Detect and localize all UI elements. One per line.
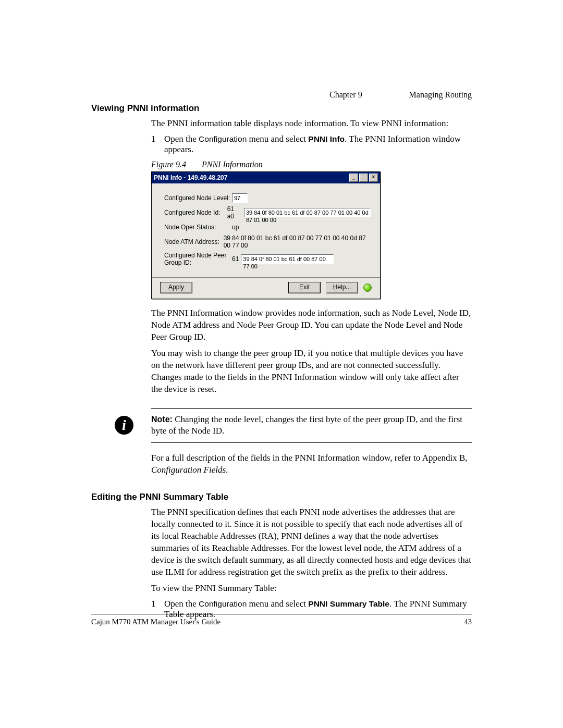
para-to-view: To view the PNNI Summary Table: [151,583,472,595]
maximize-icon[interactable]: □ [359,174,368,182]
para-appendix: For a full description of the fields in … [151,452,472,476]
exit-button[interactable]: Exit [288,282,321,293]
note-block: i Note: Changing the node level, changes… [151,408,472,443]
label-peer-group: Configured Node Peer Group ID: [164,252,232,266]
dialog-title: PNNI Info - 149.49.48.207 [154,174,227,181]
figure-caption: Figure 9.4PNNI Information [151,160,472,169]
para-spec: The PNNI specification defines that each… [151,507,472,578]
node-id-prefix: 61 a0 [227,205,242,220]
page-number: 43 [464,618,472,626]
oper-status-value: up [232,224,239,231]
close-icon[interactable]: × [369,174,378,182]
label-oper-status: Node Oper Status: [164,224,232,231]
label-node-level: Configured Node Level: [164,194,232,202]
minimize-icon[interactable]: _ [349,174,358,182]
help-button[interactable]: Help... [326,282,358,293]
apply-button[interactable]: Apply [160,282,192,293]
step-row: 1 Open the Configuration menu and select… [151,134,472,155]
page-footer: Cajun M770 ATM Manager User's Guide 43 [91,614,472,626]
section-heading-viewing: Viewing PNNI information [91,103,472,114]
para-peer-group: You may wish to change the peer group ID… [151,348,472,396]
pnni-info-dialog: PNNI Info - 149.49.48.207 _ □ × Configur… [151,171,381,299]
peer-group-input[interactable]: 39 84 0f 80 01 bc 61 df 00 87 00 77 00 [241,254,334,264]
section-heading-editing: Editing the PNNI Summary Table [91,492,472,502]
intro-text: The PNNI information table displays node… [151,118,472,130]
info-icon: i [115,416,133,435]
step-number: 1 [151,134,164,155]
status-indicator-icon [363,283,372,292]
peer-group-prefix: 61 [232,255,239,263]
step-text: Open the Configuration menu and select P… [164,134,472,155]
chapter-title: Managing Routing [409,90,472,100]
footer-left: Cajun M770 ATM Manager User's Guide [91,618,221,626]
note-text: Note: Changing the node level, changes t… [151,414,472,438]
chapter-label: Chapter 9 [329,90,362,100]
node-id-input[interactable]: 39 84 0f 80 01 bc 61 df 00 87 00 77 01 0… [244,208,371,217]
para-window-provides: The PNNI Information window provides nod… [151,307,472,343]
dialog-titlebar: PNNI Info - 149.49.48.207 _ □ × [152,172,380,183]
label-node-id: Configured Node Id: [164,209,227,216]
label-atm-address: Node ATM Address: [164,238,224,245]
node-level-input[interactable]: 97 [232,193,248,203]
atm-address-value: 39 84 0f 80 01 bc 61 df 00 87 00 77 01 0… [224,235,371,249]
